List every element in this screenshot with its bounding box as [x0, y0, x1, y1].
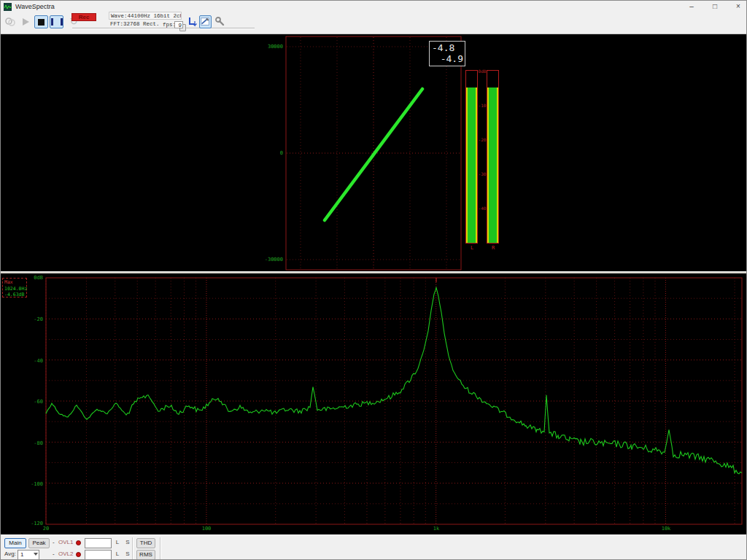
spec-xlabel-100: 100	[196, 526, 217, 532]
lissajous-scope	[1, 34, 747, 271]
spec-ylabel-40: -40	[21, 358, 43, 364]
avg-label: Avg:	[4, 550, 16, 560]
peak-button[interactable]: Peak	[28, 538, 50, 548]
avg-value: 1	[20, 551, 23, 558]
spec-ylabel-80: -80	[21, 440, 43, 446]
spectrum-panel: Max 1024.0Hz -4.63dB 0dB -20 -40 -60 -80…	[1, 273, 747, 534]
fps-value-field[interactable]: 9	[174, 21, 183, 28]
stop-icon	[38, 19, 44, 26]
maximize-button[interactable]: □	[704, 1, 726, 12]
spec-ylabel-60: -60	[21, 399, 43, 405]
toolbar: ↻ Rec Wave:44100Hz 16bit 2ch FFT:32768 R…	[1, 13, 747, 34]
settings-wrench-icon[interactable]	[214, 16, 225, 28]
copy-to-clipboard-icon[interactable]	[187, 16, 198, 28]
scope-label-top: 30000	[258, 44, 283, 50]
stop-button[interactable]	[34, 15, 48, 28]
scope-label-bottom: -30000	[258, 257, 283, 262]
peak-info-freq: 1024.0Hz	[4, 286, 26, 292]
spec-xlabel-10k: 10k	[655, 526, 677, 532]
fft-settings-readout: FFT:32768 Rect.	[109, 20, 158, 28]
separator	[160, 537, 161, 559]
level-meter-left-fill	[466, 88, 477, 243]
spec-xlabel-1k: 1k	[425, 526, 447, 532]
ovl2-led	[76, 552, 81, 557]
wavespectra-window: WaveSpectra – □ × ↻ Rec Wave:44100Hz 16b…	[0, 0, 747, 560]
rms-button[interactable]: RMS	[136, 550, 155, 560]
chevron-down-icon	[34, 553, 38, 556]
app-icon	[4, 3, 12, 11]
pause-button[interactable]	[50, 15, 63, 28]
meter-scale-30: -30	[474, 171, 490, 176]
l2-button[interactable]: L	[114, 550, 121, 560]
spec-xlabel-20: 20	[35, 526, 57, 532]
spec-ylabel-100: -100	[21, 481, 43, 487]
ovl2-field[interactable]	[85, 550, 112, 560]
ovl1-label: OVL1	[58, 538, 73, 548]
separator	[132, 537, 133, 559]
meter-scale-10: -10	[474, 103, 490, 108]
meter-channel-right: R	[487, 245, 499, 251]
meter-scale-0: 0dB	[474, 69, 490, 74]
avg-select[interactable]: 1	[18, 550, 39, 560]
ovl2-label: OVL2	[58, 550, 73, 560]
s1-button[interactable]: S	[124, 538, 131, 548]
ovl1-field[interactable]	[85, 538, 112, 548]
dash-1: -	[53, 538, 55, 548]
scope-panel: 30000 0 -30000 -4.8 -4.9 0dB -10 -20 -30…	[1, 34, 747, 271]
wave-format-readout: Wave:44100Hz 16bit 2ch	[109, 12, 182, 20]
level-readout-left: -4.8	[432, 42, 454, 53]
play-icon	[23, 18, 29, 26]
spec-ylabel-0: 0dB	[21, 275, 43, 281]
play-button[interactable]	[20, 16, 32, 28]
position-slider[interactable]	[72, 28, 255, 29]
thd-button[interactable]: THD	[136, 538, 155, 548]
minimize-button[interactable]: –	[681, 1, 703, 12]
level-readout-right: -4.9	[441, 53, 463, 64]
meter-channel-left: L	[466, 245, 478, 251]
spec-ylabel-20: -20	[21, 316, 43, 322]
level-meter-right-fill	[487, 88, 498, 243]
l1-button[interactable]: L	[114, 538, 121, 548]
status-bar: Main Peak - OVL1 L S THD Avg: 1 - OVL2 L…	[1, 534, 747, 560]
meter-scale-40: -40	[474, 206, 490, 211]
s2-button[interactable]: S	[124, 550, 131, 560]
window-title: WaveSpectra	[15, 3, 55, 10]
ovl1-led	[76, 540, 81, 545]
meter-scale-20: -20	[474, 137, 490, 142]
peak-info-box: Max 1024.0Hz -4.63dB	[2, 278, 27, 298]
display-settings-icon[interactable]	[199, 15, 212, 28]
scope-label-zero: 0	[258, 150, 283, 156]
input-source-icon[interactable]	[4, 16, 16, 28]
rec-indicator: Rec	[71, 13, 96, 21]
main-tab-button[interactable]: Main	[4, 538, 26, 548]
dash-2: -	[53, 550, 55, 560]
close-button[interactable]: ×	[727, 1, 747, 12]
level-readout-box: -4.8 -4.9	[429, 41, 465, 66]
pause-icon	[51, 18, 63, 26]
peak-info-level: -4.63dB	[4, 292, 26, 298]
spectrum-plot	[1, 273, 747, 534]
